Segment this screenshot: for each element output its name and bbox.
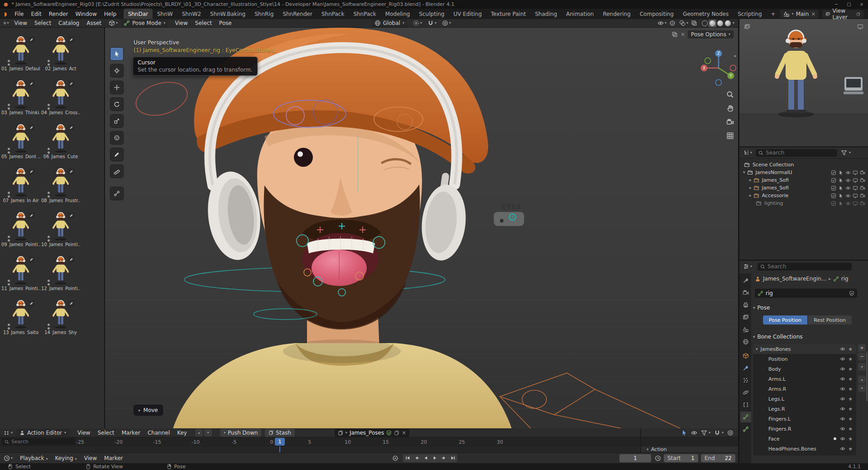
properties-scrollbar[interactable] [866,351,868,401]
filter-caret-icon[interactable]: ▾ [709,431,710,435]
bone-collection-row[interactable]: HeadPhones.Bones★ [753,444,856,454]
new-layer-icon[interactable] [856,11,860,17]
pose-asset-06[interactable]: 06_James_Cute [47,123,75,166]
pose-asset-07[interactable]: 07_James_In Air [7,167,35,210]
workspace-tab[interactable]: Shading [531,9,562,19]
timeline-editor-caret-icon[interactable]: ▾ [11,456,13,460]
solo-star-icon[interactable]: ★ [848,356,853,362]
expand-icon[interactable]: ▸ [749,194,752,198]
preview-viewlayer-icon[interactable] [744,24,750,30]
proportional-edit-icon[interactable] [442,20,448,26]
add-collection-button[interactable]: + [858,344,866,352]
hide-eye-icon[interactable] [845,201,851,206]
scale-tool-button[interactable] [110,115,123,127]
tab-physics[interactable] [740,387,751,398]
solo-star-icon[interactable]: ★ [848,386,853,392]
solo-star-icon[interactable]: ★ [848,436,853,442]
auto-keying-icon[interactable] [392,455,398,461]
shading-wireframe[interactable] [701,19,709,27]
viewport-editor-icon[interactable] [109,20,115,26]
properties-editor-icon[interactable] [743,263,749,270]
solo-star-icon[interactable]: ★ [848,366,853,372]
visibility-icon[interactable] [657,20,664,26]
cursor-tool-button[interactable] [110,64,123,77]
tab-output[interactable] [740,300,751,310]
expand-icon[interactable]: ▾ [756,347,758,351]
shading-rendered[interactable] [724,19,732,27]
workspace-tab[interactable]: Geometry Nodes [678,9,733,19]
pose-asset-10[interactable]: 10_James_Pointi... [47,211,75,254]
render-disable-icon[interactable] [860,178,865,183]
dope-menu-channel[interactable]: Channel [144,430,173,436]
hide-eye-icon[interactable] [845,193,851,199]
menu-render[interactable]: Render [45,11,72,17]
channel-search-input[interactable]: Search [2,438,75,445]
hide-eye-icon[interactable] [845,178,851,183]
asset-menu-catalog[interactable]: Catalog [55,20,83,26]
viewport-disable-icon[interactable] [853,170,858,175]
solo-star-icon[interactable]: ★ [848,406,853,412]
tab-world[interactable] [740,336,751,347]
visibility-eye-icon[interactable] [840,366,845,372]
menu-help[interactable]: Help [101,11,120,17]
gizmos-icon[interactable] [669,20,676,26]
fake-user-shield-icon[interactable] [849,291,854,296]
asset-menu-view[interactable]: View [11,20,31,26]
pose-panel-header[interactable]: ▾ Pose [753,305,770,311]
annotate-tool-button[interactable] [110,148,123,161]
shading-solid[interactable] [709,19,716,27]
remove-collection-button[interactable]: − [858,353,866,360]
solo-star-icon[interactable]: ★ [848,416,853,422]
timeline-editor-icon[interactable] [4,455,10,461]
pose-position-button[interactable]: Pose Position [763,315,807,325]
dopesheet-mode-dropdown[interactable]: Action Editor ▾ [16,429,69,437]
ortho-grid-icon[interactable] [726,132,734,140]
view-menu[interactable]: View [171,20,191,26]
collection-specials-button[interactable]: ▾ [858,363,866,371]
pose-menu[interactable]: Pose [216,20,235,26]
workspace-tab[interactable]: Texture Paint [486,9,530,19]
visibility-eye-icon[interactable] [840,426,845,431]
prev-keyframe-button[interactable] [412,454,421,462]
outliner-row-jamesnormal[interactable]: ▾ JamesNormalU [739,169,868,176]
pose-asset-01[interactable]: 01_James_Default [7,35,35,78]
viewport-disable-icon[interactable] [853,201,858,206]
tab-tool[interactable] [740,275,751,286]
render-disable-icon[interactable] [860,185,865,191]
workspace-tab[interactable]: Compositing [635,9,678,19]
tab-scene[interactable] [740,324,751,335]
selectable-icon[interactable] [838,193,844,199]
hide-eye-icon[interactable] [845,170,851,175]
layer-prev-button[interactable]: ▴ [195,429,203,436]
workspace-tab[interactable]: Scripting [733,9,766,19]
snap-keys-caret-icon[interactable]: ▾ [722,431,724,435]
bone-collection-row[interactable]: Fingers.L★ [753,414,856,424]
visibility-eye-icon[interactable] [840,376,845,382]
visibility-eye-icon[interactable] [840,356,845,362]
scene-unlink-icon[interactable]: × [811,11,815,17]
breadcrumb-object[interactable]: James_SoftwareEngin... [763,276,826,282]
workspace-tab[interactable]: ShnRender [278,9,317,19]
asset-menu-asset[interactable]: Asset [83,20,105,26]
playback-menu[interactable]: Playback ▾ [16,455,51,461]
action-datablock[interactable]: ▾ James_Poses × [335,429,409,437]
stash-button[interactable]: Stash [265,429,295,437]
selectable-icon[interactable] [838,170,844,175]
outliner-row-scene-collection[interactable]: Scene Collection [739,161,868,169]
mode-selector[interactable]: Pose Mode ▾ [120,19,168,27]
properties-search-input[interactable]: Search [758,263,852,271]
scene-selector[interactable]: ▾ Main × [780,10,819,18]
tab-modifiers[interactable] [740,363,751,373]
outliner-row-accessories[interactable]: ▸ Accessorie [739,192,868,199]
fake-user-shield-icon[interactable] [386,430,392,436]
outliner-row-james2[interactable]: ▸ James_Sofi [739,184,868,192]
asset-browser-editor-icon[interactable] [4,20,6,26]
bone-collection-row[interactable]: Legs.R★ [753,404,856,414]
tool-settings-icon[interactable] [671,31,678,38]
overlays-caret-icon[interactable]: ▾ [686,21,688,25]
hide-channels-icon[interactable] [691,430,697,436]
transform-orientation[interactable]: Global ▾ [371,19,408,27]
keying-menu[interactable]: Keying ▾ [51,455,80,461]
workspace-tab[interactable]: ShnW.Baking [206,9,250,19]
workspace-tab[interactable]: ShnPack [317,9,349,19]
